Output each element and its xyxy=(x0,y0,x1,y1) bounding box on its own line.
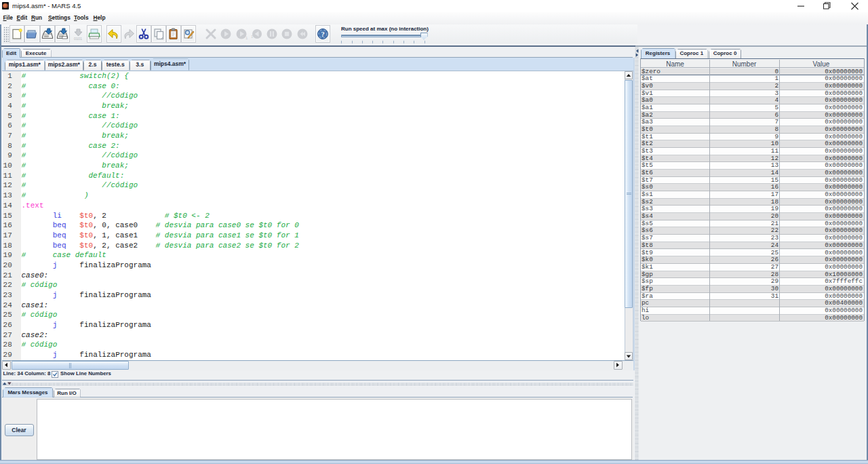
svg-text:1: 1 xyxy=(245,36,248,40)
svg-text:?: ? xyxy=(321,31,324,38)
svg-text:0101: 0101 xyxy=(74,37,82,41)
